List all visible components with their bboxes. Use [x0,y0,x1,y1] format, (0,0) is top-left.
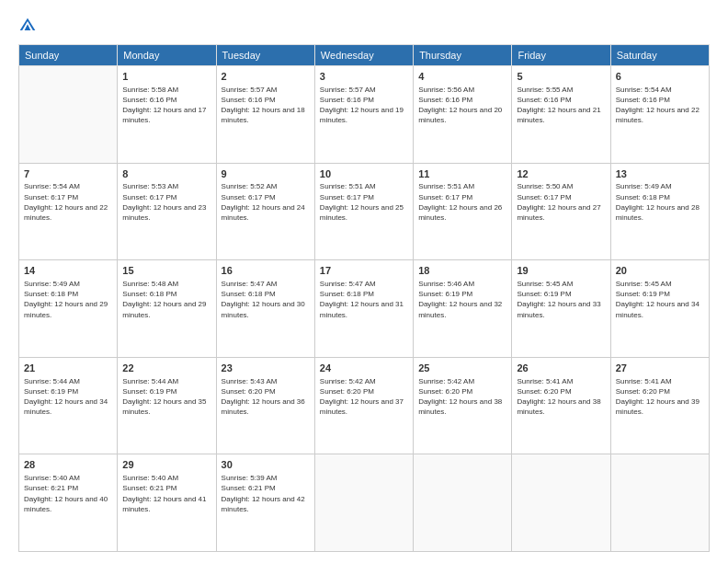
day-number: 6 [616,70,704,84]
day-number: 1 [122,70,210,84]
day-number: 19 [517,264,605,278]
day-info: Sunrise: 5:41 AMSunset: 6:20 PMDaylight:… [616,376,704,418]
calendar-cell: 28Sunrise: 5:40 AMSunset: 6:21 PMDayligh… [19,454,118,552]
calendar-cell [414,454,512,552]
calendar-cell: 29Sunrise: 5:40 AMSunset: 6:21 PMDayligh… [118,454,216,552]
calendar-cell: 4Sunrise: 5:56 AMSunset: 6:16 PMDaylight… [414,66,512,164]
calendar-week-row: 1Sunrise: 5:58 AMSunset: 6:16 PMDaylight… [19,66,710,164]
calendar-week-row: 7Sunrise: 5:54 AMSunset: 6:17 PMDaylight… [19,163,710,260]
calendar-cell: 3Sunrise: 5:57 AMSunset: 6:16 PMDaylight… [314,66,413,164]
calendar-cell: 25Sunrise: 5:42 AMSunset: 6:20 PMDayligh… [414,357,512,454]
day-number: 11 [418,167,506,181]
day-info: Sunrise: 5:40 AMSunset: 6:21 PMDaylight:… [122,473,210,514]
day-number: 13 [616,167,704,181]
day-number: 8 [122,167,210,181]
calendar-cell: 10Sunrise: 5:51 AMSunset: 6:17 PMDayligh… [314,163,413,260]
day-info: Sunrise: 5:54 AMSunset: 6:17 PMDaylight:… [24,181,112,223]
day-number: 18 [418,264,506,278]
day-number: 12 [517,167,605,181]
calendar-week-row: 21Sunrise: 5:44 AMSunset: 6:19 PMDayligh… [19,357,710,454]
calendar-week-row: 28Sunrise: 5:40 AMSunset: 6:21 PMDayligh… [19,454,710,552]
day-number: 3 [320,70,408,84]
weekday-header: Thursday [414,45,512,66]
calendar-cell: 24Sunrise: 5:42 AMSunset: 6:20 PMDayligh… [314,357,413,454]
weekday-header-row: SundayMondayTuesdayWednesdayThursdayFrid… [19,45,710,66]
day-number: 20 [616,264,704,278]
logo-icon [18,17,37,35]
calendar-cell: 5Sunrise: 5:55 AMSunset: 6:16 PMDaylight… [512,66,610,164]
day-info: Sunrise: 5:40 AMSunset: 6:21 PMDaylight:… [24,473,112,514]
calendar-cell: 6Sunrise: 5:54 AMSunset: 6:16 PMDaylight… [610,66,709,164]
calendar-cell [512,454,610,552]
day-info: Sunrise: 5:52 AMSunset: 6:17 PMDaylight:… [222,181,310,223]
day-info: Sunrise: 5:57 AMSunset: 6:16 PMDaylight:… [222,85,310,126]
day-info: Sunrise: 5:48 AMSunset: 6:18 PMDaylight:… [122,279,210,320]
calendar-cell: 22Sunrise: 5:44 AMSunset: 6:19 PMDayligh… [118,357,216,454]
day-info: Sunrise: 5:49 AMSunset: 6:18 PMDaylight:… [616,181,704,223]
calendar-cell: 1Sunrise: 5:58 AMSunset: 6:16 PMDaylight… [118,66,216,164]
day-number: 4 [418,70,506,84]
calendar-table: SundayMondayTuesdayWednesdayThursdayFrid… [18,44,710,552]
calendar-cell: 7Sunrise: 5:54 AMSunset: 6:17 PMDaylight… [19,163,118,260]
calendar-week-row: 14Sunrise: 5:49 AMSunset: 6:18 PMDayligh… [19,260,710,358]
calendar-cell: 12Sunrise: 5:50 AMSunset: 6:17 PMDayligh… [512,163,610,260]
day-info: Sunrise: 5:46 AMSunset: 6:19 PMDaylight:… [418,279,506,320]
calendar-cell [314,454,413,552]
calendar-cell: 2Sunrise: 5:57 AMSunset: 6:16 PMDaylight… [216,66,314,164]
calendar-cell: 27Sunrise: 5:41 AMSunset: 6:20 PMDayligh… [610,357,709,454]
day-info: Sunrise: 5:57 AMSunset: 6:16 PMDaylight:… [320,85,408,126]
calendar-cell: 11Sunrise: 5:51 AMSunset: 6:17 PMDayligh… [414,163,512,260]
day-info: Sunrise: 5:50 AMSunset: 6:17 PMDaylight:… [517,181,605,223]
calendar-cell: 14Sunrise: 5:49 AMSunset: 6:18 PMDayligh… [19,260,118,358]
calendar-cell: 17Sunrise: 5:47 AMSunset: 6:18 PMDayligh… [314,260,413,358]
calendar-cell: 9Sunrise: 5:52 AMSunset: 6:17 PMDaylight… [216,163,314,260]
day-info: Sunrise: 5:43 AMSunset: 6:20 PMDaylight:… [222,376,310,418]
day-info: Sunrise: 5:47 AMSunset: 6:18 PMDaylight:… [320,279,408,320]
day-number: 10 [320,167,408,181]
calendar-cell: 23Sunrise: 5:43 AMSunset: 6:20 PMDayligh… [216,357,314,454]
day-number: 7 [24,167,112,181]
day-number: 23 [222,362,310,375]
day-number: 21 [24,362,112,375]
calendar-cell [19,66,118,164]
day-number: 22 [122,362,210,375]
day-info: Sunrise: 5:53 AMSunset: 6:17 PMDaylight:… [122,181,210,223]
calendar-cell: 30Sunrise: 5:39 AMSunset: 6:21 PMDayligh… [216,454,314,552]
calendar-cell: 19Sunrise: 5:45 AMSunset: 6:19 PMDayligh… [512,260,610,358]
day-number: 2 [222,70,310,84]
day-number: 25 [418,362,506,375]
weekday-header: Sunday [19,45,118,66]
day-info: Sunrise: 5:51 AMSunset: 6:17 PMDaylight:… [320,181,408,223]
day-info: Sunrise: 5:39 AMSunset: 6:21 PMDaylight:… [222,473,310,514]
day-info: Sunrise: 5:44 AMSunset: 6:19 PMDaylight:… [122,376,210,418]
day-info: Sunrise: 5:41 AMSunset: 6:20 PMDaylight:… [517,376,605,418]
day-number: 28 [24,458,112,472]
day-info: Sunrise: 5:45 AMSunset: 6:19 PMDaylight:… [517,279,605,320]
weekday-header: Monday [118,45,216,66]
day-number: 5 [517,70,605,84]
calendar-cell: 15Sunrise: 5:48 AMSunset: 6:18 PMDayligh… [118,260,216,358]
day-info: Sunrise: 5:56 AMSunset: 6:16 PMDaylight:… [418,85,506,126]
day-number: 17 [320,264,408,278]
day-number: 27 [616,362,704,375]
day-info: Sunrise: 5:55 AMSunset: 6:16 PMDaylight:… [517,85,605,126]
weekday-header: Friday [512,45,610,66]
day-number: 14 [24,264,112,278]
weekday-header: Wednesday [314,45,413,66]
day-info: Sunrise: 5:51 AMSunset: 6:17 PMDaylight:… [418,181,506,223]
day-info: Sunrise: 5:54 AMSunset: 6:16 PMDaylight:… [616,85,704,126]
day-number: 9 [222,167,310,181]
day-info: Sunrise: 5:49 AMSunset: 6:18 PMDaylight:… [24,279,112,320]
day-number: 29 [122,458,210,472]
logo [18,17,39,35]
day-number: 26 [517,362,605,375]
calendar-cell: 20Sunrise: 5:45 AMSunset: 6:19 PMDayligh… [610,260,709,358]
calendar-cell: 13Sunrise: 5:49 AMSunset: 6:18 PMDayligh… [610,163,709,260]
calendar-cell [610,454,709,552]
weekday-header: Tuesday [216,45,314,66]
weekday-header: Saturday [610,45,709,66]
calendar-cell: 21Sunrise: 5:44 AMSunset: 6:19 PMDayligh… [19,357,118,454]
day-info: Sunrise: 5:42 AMSunset: 6:20 PMDaylight:… [320,376,408,418]
day-number: 30 [222,458,310,472]
page: SundayMondayTuesdayWednesdayThursdayFrid… [0,0,728,563]
